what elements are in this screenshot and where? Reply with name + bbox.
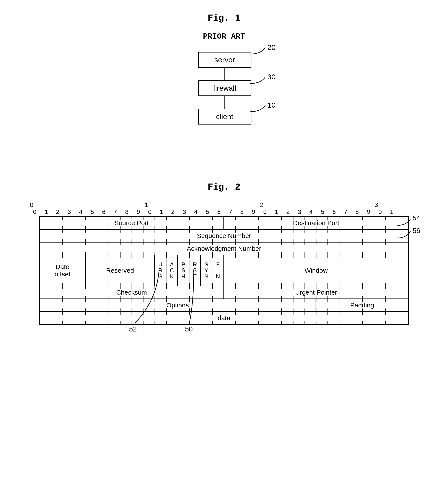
bit-unit: 1 [156,208,167,215]
ref-server: 20 [268,43,276,52]
cell-data-offset: Date offset [40,255,86,286]
row-ack: Acknowledgment Number [40,242,408,255]
cell-syn-flag: SYN [201,255,212,286]
bit-unit: 9 [248,208,259,215]
cell-source-port: Source Port [40,217,224,229]
bit-unit: 7 [110,208,121,215]
bit-group-1: 1 [144,201,259,208]
bitscale-units: 01234567890123456789012345678901 [29,208,398,215]
bit-unit: 8 [236,208,248,215]
bit-unit: 3 [63,208,75,215]
client-box: client [198,109,251,124]
cell-ack-flag: ACK [167,255,178,286]
cell-checksum: Checksum [40,286,224,298]
ref-seq: 54 [413,214,420,222]
bit-unit: 3 [294,208,305,215]
fig1-subtitle: PRIOR ART [29,32,419,41]
bit-unit: 0 [144,208,156,215]
bit-unit: 0 [374,208,386,215]
bit-unit: 6 [98,208,110,215]
bit-group-2: 2 [259,201,374,208]
cell-urg-flag: URG [155,255,167,286]
fig1-title: Fig. 1 [29,13,419,23]
row-flags: Date offset Reserved URG ACK PSH RST SYN… [40,255,408,286]
bit-unit: 9 [133,208,144,215]
cell-rst-flag: RST [189,255,201,286]
bit-group-0: 0 [29,201,144,208]
bit-unit: 7 [340,208,351,215]
ref-syn-flag: 50 [185,325,193,333]
bit-unit: 1 [386,208,397,215]
fig2-title: Fig. 2 [29,182,419,192]
cell-options: Options [40,299,316,311]
bit-unit: 4 [190,208,202,215]
ref-client: 10 [268,101,276,109]
row-seq: Sequence Number [40,229,408,242]
fig2-diagram: 0 1 2 3 01234567890123456789012345678901… [29,201,419,325]
cell-data: data [40,312,408,324]
tcp-header-table: Source Port Destination Port Sequence Nu… [39,216,409,325]
cell-reserved: Reserved [86,255,155,286]
row-data: data [40,311,408,324]
row-ports: Source Port Destination Port [40,217,408,229]
fig1-diagram: server firewall client 20 30 10 [163,52,285,143]
bit-unit: 2 [52,208,63,215]
ref-firewall: 30 [268,73,276,81]
cell-dest-port: Destination Port [224,217,408,229]
bit-unit: 4 [305,208,317,215]
row-options: Options Padding [40,298,408,311]
bit-unit: 7 [225,208,236,215]
cell-ackno: Acknowledgment Number [40,243,408,255]
bit-unit: 0 [259,208,271,215]
cell-seq: Sequence Number [40,230,408,242]
ref-ack-flag: 52 [129,325,137,333]
ref-ack: 56 [413,227,420,235]
bit-unit: 8 [121,208,133,215]
cell-padding: Padding [316,299,408,311]
firewall-box: firewall [198,80,251,96]
row-checksum: Checksum Urgent Pointer [40,286,408,298]
bit-unit: 6 [328,208,340,215]
cell-fin-flag: FIN [212,255,224,286]
cell-urgent: Urgent Pointer [224,286,408,298]
bit-unit: 4 [75,208,87,215]
server-box: server [198,52,251,68]
bit-unit: 2 [167,208,179,215]
cell-window: Window [224,255,408,286]
bit-unit: 5 [87,208,98,215]
bit-unit: 0 [29,208,40,215]
bit-unit: 9 [363,208,374,215]
bit-unit: 6 [213,208,225,215]
cell-psh-flag: PSH [178,255,189,286]
bit-unit: 1 [271,208,282,215]
bit-unit: 1 [40,208,52,215]
bit-unit: 5 [317,208,328,215]
bit-unit: 5 [202,208,213,215]
bit-unit: 8 [351,208,363,215]
bit-group-3: 3 [374,201,398,208]
bit-unit: 3 [179,208,190,215]
bit-unit: 2 [282,208,294,215]
